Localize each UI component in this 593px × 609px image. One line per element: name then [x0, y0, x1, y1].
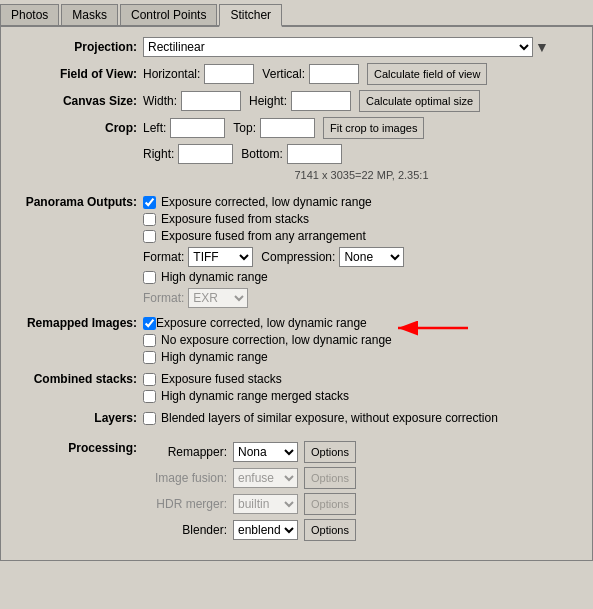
canvas-size-label: Canvas Size:: [13, 94, 143, 108]
projection-row: Projection: Rectilinear ▼: [13, 37, 580, 57]
red-arrow: [388, 318, 478, 338]
tab-control-points[interactable]: Control Points: [120, 4, 217, 25]
remapped-check-1: No exposure correction, low dynamic rang…: [143, 333, 580, 347]
crop-row-2: Right: 7200 Bottom: 3261: [13, 144, 580, 164]
hdr-format-row: Format: EXR: [143, 288, 580, 308]
image-fusion-label: Image fusion:: [143, 471, 233, 485]
blender-select[interactable]: enblend: [233, 520, 298, 540]
processing-label: Processing:: [13, 441, 143, 455]
remapped-check-0-label: Exposure corrected, low dynamic range: [156, 316, 367, 330]
combined-stacks-section: Combined stacks: Exposure fused stacks H…: [13, 372, 580, 406]
combined-stacks-label: Combined stacks:: [13, 372, 143, 386]
fov-horizontal-label: Horizontal:: [143, 67, 200, 81]
fit-crop-button[interactable]: Fit crop to images: [323, 117, 424, 139]
remapped-check-0-input[interactable]: [143, 317, 156, 330]
processing-content: Remapper: Nona Options Image fusion: enf…: [143, 441, 580, 545]
calculate-fov-button[interactable]: Calculate field of view: [367, 63, 487, 85]
crop-left-input[interactable]: 59: [170, 118, 225, 138]
pano-check-1-input[interactable]: [143, 213, 156, 226]
panorama-outputs-label: Panorama Outputs:: [13, 195, 143, 209]
image-fusion-row: Image fusion: enfuse Options: [143, 467, 580, 489]
hdr-check-row: High dynamic range: [143, 270, 580, 284]
fov-vertical-input[interactable]: 30: [309, 64, 359, 84]
combined-check-0-input[interactable]: [143, 373, 156, 386]
fov-vertical-label: Vertical:: [262, 67, 305, 81]
fov-horizontal-input[interactable]: 42: [204, 64, 254, 84]
crop-right-input[interactable]: 7200: [178, 144, 233, 164]
combined-check-0-label: Exposure fused stacks: [161, 372, 282, 386]
remapped-check-2-label: High dynamic range: [161, 350, 268, 364]
tab-bar: Photos Masks Control Points Stitcher: [0, 0, 593, 27]
hdr-check-input[interactable]: [143, 271, 156, 284]
bottom-label: Bottom:: [241, 147, 282, 161]
remapped-images-label: Remapped Images:: [13, 316, 143, 330]
processing-section: Processing: Remapper: Nona Options Image…: [13, 441, 580, 545]
hdr-merger-options-button[interactable]: Options: [304, 493, 356, 515]
hdr-merger-row: HDR merger: builtin Options: [143, 493, 580, 515]
pano-check-0: Exposure corrected, low dynamic range: [143, 195, 580, 209]
canvas-info: 7141 x 3035=22 MP, 2.35:1: [143, 169, 580, 181]
remapped-check-2: High dynamic range: [143, 350, 580, 364]
hdr-format-select[interactable]: EXR: [188, 288, 248, 308]
image-fusion-select[interactable]: enfuse: [233, 468, 298, 488]
layers-check-0: Blended layers of similar exposure, with…: [143, 411, 580, 425]
pano-check-2: Exposure fused from any arrangement: [143, 229, 580, 243]
layers-check-0-input[interactable]: [143, 412, 156, 425]
layers-section: Layers: Blended layers of similar exposu…: [13, 411, 580, 428]
image-fusion-options-button[interactable]: Options: [304, 467, 356, 489]
pano-check-0-input[interactable]: [143, 196, 156, 209]
canvas-width-input[interactable]: 7457: [181, 91, 241, 111]
layers-content: Blended layers of similar exposure, with…: [143, 411, 580, 428]
tab-stitcher[interactable]: Stitcher: [219, 4, 282, 27]
tab-masks[interactable]: Masks: [61, 4, 118, 25]
blender-options-button[interactable]: Options: [304, 519, 356, 541]
calculate-optimal-size-button[interactable]: Calculate optimal size: [359, 90, 480, 112]
layers-check-0-label: Blended layers of similar exposure, with…: [161, 411, 498, 425]
format-label: Format:: [143, 250, 184, 264]
projection-label: Projection:: [13, 40, 143, 54]
pano-check-1: Exposure fused from stacks: [143, 212, 580, 226]
panorama-outputs-content: Exposure corrected, low dynamic range Ex…: [143, 195, 580, 311]
remapper-select[interactable]: Nona: [233, 442, 298, 462]
remapped-check-1-input[interactable]: [143, 334, 156, 347]
projection-select[interactable]: Rectilinear: [143, 37, 533, 57]
remapped-check-1-label: No exposure correction, low dynamic rang…: [161, 333, 392, 347]
combined-stacks-content: Exposure fused stacks High dynamic range…: [143, 372, 580, 406]
remapper-label: Remapper:: [143, 445, 233, 459]
combined-check-0: Exposure fused stacks: [143, 372, 580, 386]
remapped-images-section: Remapped Images: Exposure corrected, low…: [13, 316, 580, 367]
fov-label: Field of View:: [13, 67, 143, 81]
fov-row: Field of View: Horizontal: 42 Vertical: …: [13, 63, 580, 85]
format-select[interactable]: TIFF: [188, 247, 253, 267]
pano-check-2-input[interactable]: [143, 230, 156, 243]
combined-check-1-label: High dynamic range merged stacks: [161, 389, 349, 403]
remapper-row: Remapper: Nona Options: [143, 441, 580, 463]
crop-top-input[interactable]: 226: [260, 118, 315, 138]
crop-row-1: Crop: Left: 59 Top: 226 Fit crop to imag…: [13, 117, 580, 139]
hdr-merger-label: HDR merger:: [143, 497, 233, 511]
remapped-check-2-input[interactable]: [143, 351, 156, 364]
crop-bottom-input[interactable]: 3261: [287, 144, 342, 164]
top-label: Top:: [233, 121, 256, 135]
projection-dropdown-icon: ▼: [535, 39, 549, 55]
combined-check-1: High dynamic range merged stacks: [143, 389, 580, 403]
hdr-format-label: Format:: [143, 291, 184, 305]
combined-check-1-input[interactable]: [143, 390, 156, 403]
left-label: Left:: [143, 121, 166, 135]
canvas-height-input[interactable]: 5206: [291, 91, 351, 111]
tab-photos[interactable]: Photos: [0, 4, 59, 25]
hdr-merger-select[interactable]: builtin: [233, 494, 298, 514]
pano-check-0-label: Exposure corrected, low dynamic range: [161, 195, 372, 209]
compression-label: Compression:: [261, 250, 335, 264]
compression-select[interactable]: None: [339, 247, 404, 267]
panorama-outputs-section: Panorama Outputs: Exposure corrected, lo…: [13, 195, 580, 311]
layers-label: Layers:: [13, 411, 143, 425]
canvas-size-row: Canvas Size: Width: 7457 Height: 5206 Ca…: [13, 90, 580, 112]
width-label: Width:: [143, 94, 177, 108]
hdr-check-label: High dynamic range: [161, 270, 268, 284]
remapped-images-content: Exposure corrected, low dynamic range No…: [143, 316, 580, 367]
stitcher-panel: Projection: Rectilinear ▼ Field of View:…: [0, 27, 593, 561]
height-label: Height:: [249, 94, 287, 108]
remapper-options-button[interactable]: Options: [304, 441, 356, 463]
pano-check-1-label: Exposure fused from stacks: [161, 212, 309, 226]
